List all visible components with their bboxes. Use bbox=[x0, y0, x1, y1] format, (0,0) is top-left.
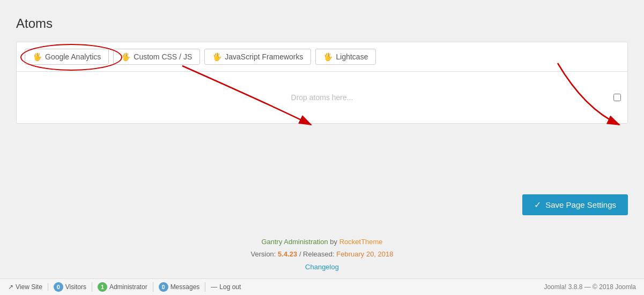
atom-label-google-analytics: Google Analytics bbox=[45, 52, 101, 61]
save-button-label: Save Page Settings bbox=[545, 200, 616, 209]
atom-icon-google-analytics: 🖐 bbox=[33, 52, 42, 61]
footer-brand: Gantry Administration bbox=[261, 238, 328, 246]
view-site-label: View Site bbox=[16, 283, 42, 291]
page-title: Atoms bbox=[16, 16, 628, 31]
status-bar-left: ↗ View Site 0 Visitors 1 Administrator 0… bbox=[8, 282, 246, 292]
footer-info: Gantry Administration by RocketTheme Ver… bbox=[0, 226, 644, 278]
footer-rockettheme: RocketTheme bbox=[339, 238, 383, 246]
atoms-panel: 🖐Google Analytics🖐Custom CSS / JS🖐JavaSc… bbox=[16, 42, 628, 124]
atom-button-javascript-frameworks[interactable]: 🖐JavaScript Frameworks bbox=[204, 49, 311, 65]
drop-zone: Drop atoms here... bbox=[17, 72, 627, 123]
atom-button-custom-css-js[interactable]: 🖐Custom CSS / JS bbox=[113, 49, 200, 65]
atom-label-lightcase: Lightcase bbox=[336, 52, 368, 61]
save-page-settings-button[interactable]: ✓ Save Page Settings bbox=[522, 194, 628, 215]
external-link-icon: ↗ bbox=[8, 283, 13, 291]
save-button-row: ✓ Save Page Settings bbox=[0, 184, 644, 226]
footer-separator: / Released: bbox=[299, 250, 335, 258]
footer-version-label: Version: bbox=[250, 250, 276, 258]
visitors-badge: 0 bbox=[54, 282, 63, 292]
status-bar: ↗ View Site 0 Visitors 1 Administrator 0… bbox=[0, 278, 644, 295]
atom-label-custom-css-js: Custom CSS / JS bbox=[134, 52, 192, 61]
joomla-info: Joomla! 3.8.8 — © 2018 Joomla bbox=[544, 283, 636, 291]
atom-button-lightcase[interactable]: 🖐Lightcase bbox=[315, 49, 376, 65]
messages-label: Messages bbox=[171, 283, 200, 291]
atom-label-javascript-frameworks: JavaScript Frameworks bbox=[225, 52, 303, 61]
logout-label: Log out bbox=[219, 283, 241, 291]
atom-icon-lightcase: 🖐 bbox=[323, 52, 332, 61]
changelog-link[interactable]: Changelog bbox=[0, 261, 644, 273]
drop-zone-checkbox[interactable] bbox=[613, 94, 621, 101]
logout-icon: — bbox=[211, 283, 217, 291]
view-site-item[interactable]: ↗ View Site bbox=[8, 283, 48, 291]
logout-item[interactable]: — Log out bbox=[205, 283, 246, 291]
footer-by: by bbox=[330, 238, 337, 246]
footer-version: 5.4.23 bbox=[278, 250, 297, 258]
drop-zone-text: Drop atoms here... bbox=[291, 93, 353, 102]
check-icon: ✓ bbox=[534, 200, 541, 210]
visitors-item[interactable]: 0 Visitors bbox=[48, 282, 92, 292]
atom-icon-javascript-frameworks: 🖐 bbox=[212, 52, 221, 61]
footer-release-date: February 20, 2018 bbox=[336, 250, 393, 258]
admin-item[interactable]: 1 Administrator bbox=[92, 282, 153, 292]
admin-label: Administrator bbox=[109, 283, 147, 291]
atom-button-google-analytics[interactable]: 🖐Google Analytics bbox=[25, 49, 109, 65]
atom-icon-custom-css-js: 🖐 bbox=[121, 52, 130, 61]
messages-item[interactable]: 0 Messages bbox=[153, 282, 206, 292]
messages-badge: 0 bbox=[159, 282, 168, 292]
atoms-toolbar: 🖐Google Analytics🖐Custom CSS / JS🖐JavaSc… bbox=[17, 42, 627, 72]
visitors-label: Visitors bbox=[65, 283, 86, 291]
admin-badge: 1 bbox=[98, 282, 107, 292]
